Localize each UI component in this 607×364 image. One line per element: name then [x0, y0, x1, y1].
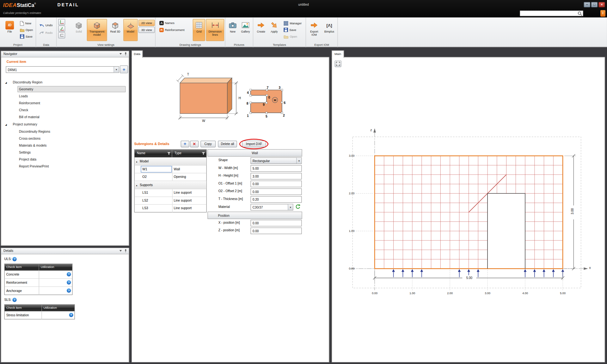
table-row-w1[interactable]: W1 Wall [135, 166, 206, 173]
tab-main[interactable]: Main [332, 50, 344, 58]
tree-root-project-summary[interactable]: ◢ Project summary [1, 121, 127, 128]
height-field[interactable] [251, 173, 302, 179]
chevron-down-icon[interactable]: ▼ [113, 67, 119, 72]
template-open-button[interactable]: Open [282, 33, 305, 40]
template-create-button[interactable]: Create [255, 19, 267, 41]
search-icon[interactable] [578, 11, 582, 16]
chevron-down-icon[interactable] [119, 53, 122, 55]
tree-item-loads[interactable]: Loads [19, 93, 28, 99]
expander-icon[interactable]: ◢ [5, 79, 7, 86]
table-row-ls2[interactable]: LS2 Line support [135, 197, 206, 205]
tree-item-check[interactable]: Check [19, 107, 28, 113]
pin-icon[interactable] [124, 52, 127, 56]
material-refresh-button[interactable] [295, 204, 301, 209]
group-row-supports[interactable]: ▴ Supports [135, 181, 206, 189]
new-project-button[interactable]: New [18, 20, 35, 27]
uls-row-concrete[interactable]: Concrete [5, 270, 39, 279]
sls-help-icon[interactable]: ? [12, 298, 16, 302]
names-toggle-button[interactable]: A Names [158, 20, 191, 26]
import-dxf-button[interactable]: Import DXF [242, 141, 266, 147]
table-row-ls1[interactable]: LS1 Line support [135, 189, 206, 197]
delete-subregion-button[interactable]: ✕ [190, 141, 199, 147]
cell-name[interactable]: LS3 [142, 205, 148, 212]
expander-icon[interactable]: ◢ [5, 122, 7, 128]
cell-name[interactable]: O2 [142, 173, 147, 180]
wall-drawing-canvas[interactable]: z x 3.002.001.000.000.001.002.003.004.00… [332, 58, 604, 362]
cell-name[interactable]: LS1 [142, 189, 148, 197]
zpos-field[interactable] [251, 228, 302, 234]
cell-name[interactable]: W1 [141, 166, 172, 173]
filter-icon[interactable] [202, 152, 205, 155]
help-icon[interactable]: ? [67, 288, 71, 293]
help-icon[interactable]: ? [69, 313, 73, 317]
tree-item-reinforcement[interactable]: Reinforcement [19, 100, 40, 106]
tree-item-materials-models[interactable]: Materials & models [19, 142, 46, 149]
info-button[interactable]: i [600, 10, 605, 17]
xpos-field[interactable] [251, 220, 302, 227]
file-button[interactable]: ID File [3, 19, 16, 41]
dimension-lines-toggle-button[interactable]: Dimension lines [206, 19, 224, 41]
gallery-button[interactable]: Gallery [239, 19, 252, 41]
uls-help-icon[interactable]: ? [13, 257, 17, 261]
axes-view-button-2[interactable] [58, 26, 65, 32]
thickness-field[interactable] [251, 196, 302, 203]
shape-select[interactable]: Rectangular ▼ [251, 157, 302, 164]
details-header[interactable]: Details [1, 248, 129, 254]
template-manager-button[interactable]: Manager [282, 20, 305, 27]
undo-button[interactable]: Undo [38, 22, 55, 28]
export-iom-button[interactable]: Export IOM [307, 19, 321, 41]
add-item-button[interactable]: + [120, 65, 128, 73]
search-box[interactable] [520, 10, 583, 16]
tab-data[interactable]: Data [132, 50, 143, 58]
uls-row-anchorage[interactable]: Anchorage [5, 287, 39, 295]
grid-toggle-button[interactable]: Grid [193, 19, 205, 41]
collapse-icon[interactable]: ▴ [136, 184, 138, 186]
collapse-icon[interactable]: ▴ [136, 161, 138, 163]
chevron-down-icon[interactable]: ▼ [296, 158, 301, 163]
tree-item-geometry[interactable]: Geometry [17, 86, 126, 92]
picture-new-button[interactable]: New [227, 19, 239, 41]
template-apply-button[interactable]: Apply [268, 19, 280, 41]
column-header-type[interactable]: Type [172, 150, 206, 158]
axes-view-button-3[interactable] [58, 32, 65, 39]
model-view-button[interactable]: Model [123, 19, 138, 41]
view-2d-button[interactable]: 2D view [138, 20, 155, 26]
axes-view-button-1[interactable] [58, 19, 65, 25]
maximize-button[interactable]: □ [591, 2, 598, 7]
open-project-button[interactable]: Open [18, 27, 35, 33]
redo-button[interactable]: Redo [38, 29, 55, 36]
close-button[interactable]: × [598, 2, 605, 7]
opening-region[interactable] [487, 193, 525, 269]
tree-item-bill-of-material[interactable]: Bill of material [19, 114, 40, 120]
solid-view-button[interactable]: Solid [71, 19, 87, 41]
material-select[interactable]: C30/37 ▼ [251, 204, 293, 210]
save-project-button[interactable]: Save [18, 33, 35, 40]
offset2-field[interactable] [251, 188, 302, 195]
tree-root-discontinuity-region[interactable]: ◢ Discontinuity Region [1, 79, 127, 85]
tree-item-report-preview-print[interactable]: Report Preview/Print [19, 163, 49, 169]
reinforcement-toggle-button[interactable]: R Reinforcement [158, 27, 191, 33]
pin-icon[interactable] [124, 249, 127, 253]
bimplus-button[interactable]: [Λ] Bimplus [322, 19, 337, 41]
group-row-model[interactable]: ▴ Model [135, 157, 206, 166]
uls-row-reinforcement[interactable]: Reinforcement [5, 279, 39, 287]
help-icon[interactable]: ? [67, 280, 71, 284]
transparent-model-button[interactable]: Transparent model [87, 19, 107, 41]
real-3d-button[interactable]: Real 3D [107, 19, 123, 41]
delete-all-button[interactable]: Delete all [218, 141, 237, 147]
search-input[interactable] [521, 11, 578, 16]
column-header-name[interactable]: Name [135, 150, 172, 158]
copy-button[interactable]: Copy [200, 141, 216, 147]
view-3d-button[interactable]: 3D view [138, 27, 155, 33]
filter-icon[interactable] [167, 152, 171, 155]
chevron-down-icon[interactable] [119, 250, 122, 252]
tree-item-settings[interactable]: Settings [19, 149, 31, 155]
navigator-header[interactable]: Navigator [1, 51, 129, 58]
table-row-o2[interactable]: O2 Opening [135, 173, 206, 181]
current-item-dropdown[interactable]: DRM1 ▼ [6, 66, 119, 73]
add-subregion-button[interactable]: + [181, 141, 189, 147]
tree-item-project-data[interactable]: Project data [19, 156, 36, 162]
template-save-button[interactable]: Save [282, 27, 305, 33]
table-row-ls3[interactable]: LS3 Line support [135, 205, 206, 213]
tree-item-cross-sections[interactable]: Cross-sections [19, 135, 40, 142]
